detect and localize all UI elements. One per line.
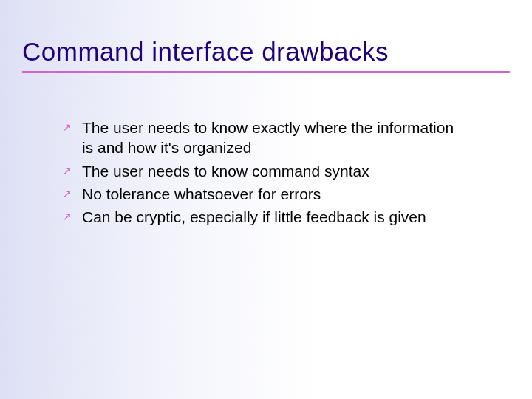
arrow-icon: ↗	[63, 188, 73, 199]
bullet-text: Can be cryptic, especially if little fee…	[82, 207, 426, 227]
arrow-icon: ↗	[63, 166, 73, 176]
bullet-text: The user needs to know exactly where the…	[82, 117, 466, 158]
list-item: ↗ Can be cryptic, especially if little f…	[63, 207, 466, 227]
list-item: ↗ No tolerance whatsoever for errors	[63, 184, 466, 204]
title-underline	[22, 71, 510, 73]
bullet-text: The user needs to know command syntax	[82, 161, 369, 181]
arrow-icon: ↗	[63, 211, 73, 222]
slide-title: Command interface drawbacks	[22, 37, 510, 66]
arrow-icon: ↗	[63, 122, 73, 132]
list-item: ↗ The user needs to know command syntax	[63, 161, 466, 181]
slide-content: ↗ The user needs to know exactly where t…	[0, 81, 532, 227]
bullet-list: ↗ The user needs to know exactly where t…	[63, 117, 466, 227]
bullet-text: No tolerance whatsoever for errors	[82, 184, 321, 204]
list-item: ↗ The user needs to know exactly where t…	[63, 117, 466, 158]
title-area: Command interface drawbacks	[0, 0, 532, 81]
